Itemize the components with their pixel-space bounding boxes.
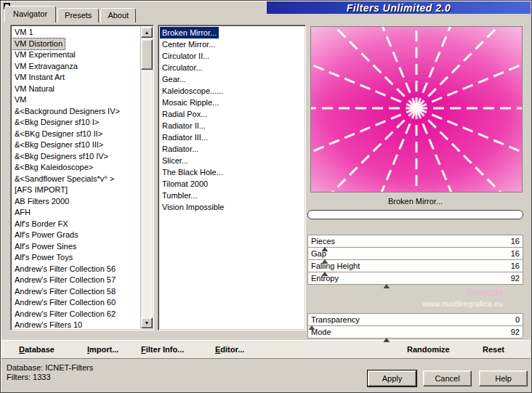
category-scrollbar[interactable]: ▲ ▼ [140,27,152,328]
filter-item[interactable]: Circulator... [160,62,205,73]
filter-item[interactable]: Vision Impossible [160,201,226,213]
filter-list[interactable]: Broken Mirror...Center Mirror...Circulat… [158,25,306,331]
category-item[interactable]: [AFS IMPORT] [12,185,70,196]
cancel-button[interactable]: Cancel [423,370,472,386]
category-item[interactable]: Andrew's Filter Collection 58 [12,286,118,298]
filter-item[interactable]: Circulator II... [160,50,211,62]
category-items: VM 1VM DistortionVM ExperimentalVM Extra… [12,27,140,328]
filter-item[interactable]: Slicer... [160,155,190,166]
filter-item[interactable]: Radial Pox... [160,108,209,120]
editor-button[interactable]: Editor... [215,341,244,358]
scroll-up-icon[interactable]: ▲ [141,27,153,38]
tab-presets[interactable]: Presets [57,8,99,23]
filter-item[interactable]: Radiator III... [160,131,210,143]
title-banner: Filters Unlimited 2.0 [267,1,531,14]
watermark-name: Pinuccia [307,287,503,299]
tab-bar: NavigatorPresetsAbout [4,4,137,23]
filter-info-button[interactable]: Filter Info... [141,341,184,358]
param-value: 16 [511,237,520,246]
apply-button[interactable]: Apply [368,370,416,386]
preview-filter-name: Broken Mirror... [307,197,523,207]
category-item[interactable]: VM Instant Art [12,72,67,84]
import-button[interactable]: Import... [87,341,118,358]
category-item[interactable]: Alf's Power Toys [12,252,75,264]
param-row-entropy[interactable]: Entropy92 [307,272,523,285]
param-label: Transparency [311,315,360,324]
category-item[interactable]: AFH [12,207,33,219]
param-value: 92 [511,328,520,336]
filter-item[interactable]: Center Mirror... [160,39,217,50]
param-value: 16 [511,262,520,270]
database-button[interactable]: Database [19,341,55,358]
reset-button[interactable]: Reset [483,341,504,358]
category-list[interactable]: VM 1VM DistortionVM ExperimentalVM Extra… [10,25,154,331]
category-item[interactable]: VM Extravaganza [12,61,80,73]
category-item[interactable]: VM Experimental [12,49,78,61]
filter-item[interactable]: Tumbler... [160,190,200,201]
param-value: 92 [511,274,520,283]
category-item[interactable]: VM [12,94,29,106]
filter-items: Broken Mirror...Center Mirror...Circulat… [160,27,304,328]
param-row-falling-height[interactable]: Falling Height16 [307,259,523,272]
toolbar: DatabaseImport...Filter Info...Editor...… [1,340,531,359]
status-filter-count: Filters: 1333 [7,373,51,381]
category-item[interactable]: Alf's Power Sines [12,241,78,253]
param-label: Pieces [311,237,335,246]
category-item[interactable]: VM Natural [12,84,57,95]
preview-image [310,26,523,193]
tab-navigator[interactable]: Navigator [4,6,56,23]
category-item[interactable]: VM Distortion [12,39,65,50]
scroll-down-icon[interactable]: ▼ [141,317,153,328]
param-row-mode[interactable]: Mode92 [307,325,523,339]
watermark: Pinuccia www.maidiregrafica.eu [307,287,523,312]
category-item[interactable]: Alf's Border FX [12,219,70,230]
param-row-pieces[interactable]: Pieces16 [307,235,523,248]
filter-item[interactable]: Mosaic Ripple... [160,97,221,108]
category-item[interactable]: Andrew's Filter Collection 57 [12,275,118,286]
param-label: Falling Height [311,262,360,270]
filter-item[interactable]: Radiator... [160,143,201,155]
param-row-transparency[interactable]: Transparency0 [307,313,523,326]
param-list-top: Pieces16Gap16Falling Height16Entropy92 [307,235,523,285]
category-item[interactable]: Andrew's Filters 10 [12,320,84,328]
progress-bar [307,210,523,219]
category-item[interactable]: &<Bkg Designers sf10 IV> [12,151,110,163]
category-item[interactable]: &<Sandflower Specials*v° > [12,174,116,185]
filter-item[interactable]: The Black Hole... [160,166,225,178]
category-item[interactable]: AB Filters 2000 [12,196,71,208]
slider-thumb[interactable] [383,284,390,288]
filter-item[interactable]: Gear... [160,73,188,85]
filter-item[interactable]: Radiator II... [160,120,208,131]
filter-item[interactable]: Kaleidoscope...... [160,85,225,97]
category-item[interactable]: Alf's Power Grads [12,230,81,241]
status-database: Database: ICNET-Filters [7,363,93,372]
window-title: Filters Unlimited 2.0 [347,2,451,14]
category-item[interactable]: Andrew's Filter Collection 62 [12,309,118,320]
category-item[interactable]: &<Background Designers IV> [12,106,122,118]
category-item[interactable]: Andrew's Filter Collection 56 [12,264,118,275]
help-button[interactable]: Help [479,370,528,386]
category-item[interactable]: &<Bkg Kaleidoscope> [12,162,95,174]
category-item[interactable]: VM 1 [12,27,36,39]
category-item[interactable]: &<BKg Designer sf10 II> [12,129,105,140]
param-list-bottom: Transparency0Mode92 [307,313,523,339]
param-value: 16 [511,249,520,258]
param-value: 0 [515,315,520,324]
tab-about[interactable]: About [100,8,136,23]
category-item[interactable]: &<Bkg Designer sf10 I> [12,117,101,129]
randomize-button[interactable]: Randomize [407,341,450,358]
filter-item[interactable]: Broken Mirror... [160,27,219,39]
filters-unlimited-window: NavigatorPresetsAbout Filters Unlimited … [0,0,532,393]
filter-item[interactable]: Tilomat 2000 [160,178,210,190]
category-item[interactable]: &<Bkg Designer sf10 III> [12,139,105,151]
param-row-gap[interactable]: Gap16 [307,247,523,260]
scrollbar-thumb[interactable] [141,39,153,70]
category-item[interactable]: Andrew's Filter Collection 60 [12,297,118,309]
watermark-url: www.maidiregrafica.eu [307,299,503,309]
